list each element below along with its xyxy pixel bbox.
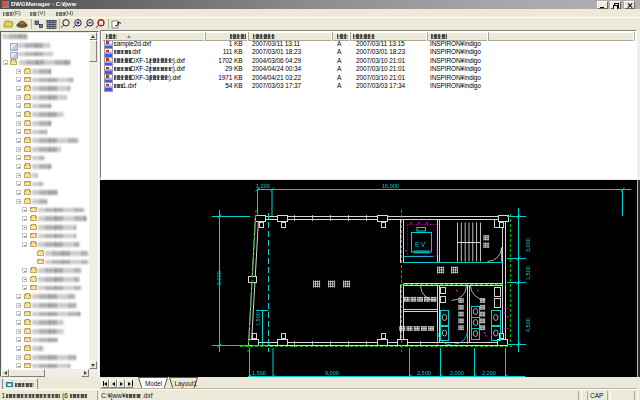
svg-text:2,000: 2,000 <box>450 370 464 376</box>
svg-text:3,000: 3,000 <box>525 238 531 252</box>
svg-text:Layout1: Layout1 <box>175 380 198 388</box>
svg-text:9,000: 9,000 <box>325 370 339 376</box>
svg-text:1,500: 1,500 <box>252 370 266 376</box>
svg-text:1,500: 1,500 <box>525 266 531 280</box>
svg-text:Model: Model <box>145 380 162 387</box>
svg-text:16,000: 16,000 <box>382 183 399 189</box>
svg-text:EV: EV <box>415 241 427 248</box>
svg-text:1,500: 1,500 <box>255 312 261 326</box>
svg-text:9,000: 9,000 <box>216 271 222 285</box>
svg-text:1,000: 1,000 <box>256 183 270 189</box>
svg-text:2,200: 2,200 <box>482 370 496 376</box>
svg-text:2,500: 2,500 <box>417 370 431 376</box>
svg-text:4,500: 4,500 <box>525 318 531 332</box>
